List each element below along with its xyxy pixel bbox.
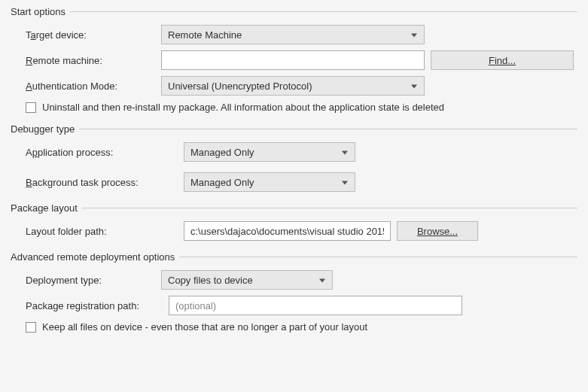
section-header: Start options [11,6,577,17]
package-reg-input[interactable] [169,296,462,315]
remote-machine-input[interactable] [161,50,425,70]
find-button[interactable]: Find... [431,50,574,70]
package-reg-label: Package registration path: [26,300,169,311]
section-advanced-remote: Advanced remote deployment options Deplo… [11,251,577,333]
section-package-layout: Package layout Layout folder path: Brows… [11,202,577,241]
keep-files-checkbox[interactable] [26,322,36,333]
divider [70,11,577,12]
browse-button[interactable]: Browse... [397,221,478,241]
deployment-type-select-wrap: Copy files to device [161,270,333,290]
row-target-device: Target device: Remote Machine [11,25,577,44]
app-process-label: Application process: [26,147,184,158]
auth-mode-label: Authentication Mode: [26,81,161,92]
divider [79,129,577,129]
bg-task-select-wrap: Managed Only [184,172,355,192]
bg-task-select[interactable]: Managed Only [184,172,355,192]
app-process-select-wrap: Managed Only [184,142,355,162]
row-deployment-type: Deployment type: Copy files to device [11,270,577,290]
remote-machine-label: Remote machine: [26,55,161,66]
section-title: Debugger type [11,123,79,135]
row-remote-machine: Remote machine: Find... [11,50,577,70]
auth-mode-select[interactable]: Universal (Unencrypted Protocol) [161,76,425,96]
divider [82,208,577,208]
deployment-type-label: Deployment type: [26,275,161,286]
row-auth-mode: Authentication Mode: Universal (Unencryp… [11,76,577,96]
uninstall-checkbox-label: Uninstall and then re-install my package… [42,102,444,113]
auth-mode-select-wrap: Universal (Unencrypted Protocol) [161,76,425,96]
keep-files-checkbox-label: Keep all files on device - even those th… [42,321,367,333]
row-bg-task: Background task process: Managed Only [11,172,577,192]
section-title: Start options [11,6,70,17]
section-title: Package layout [11,202,82,214]
row-layout-path: Layout folder path: Browse... [11,221,577,241]
section-title: Advanced remote deployment options [11,251,179,263]
row-package-reg: Package registration path: [11,296,577,315]
deployment-type-select[interactable]: Copy files to device [161,270,333,290]
section-header: Package layout [11,202,577,214]
section-debugger-type: Debugger type Application process: Manag… [11,123,577,192]
section-header: Debugger type [11,123,577,135]
target-device-select[interactable]: Remote Machine [161,25,425,44]
divider [179,257,577,257]
uninstall-checkbox[interactable] [26,102,36,113]
row-app-process: Application process: Managed Only [11,142,577,162]
section-start-options: Start options Target device: Remote Mach… [11,6,577,113]
layout-path-label: Layout folder path: [26,226,184,237]
target-device-label: Target device: [26,29,161,41]
app-process-select[interactable]: Managed Only [184,142,355,162]
target-device-select-wrap: Remote Machine [161,25,425,44]
layout-path-input[interactable] [184,221,391,241]
bg-task-label: Background task process: [26,177,184,188]
section-header: Advanced remote deployment options [11,251,577,263]
row-uninstall-checkbox: Uninstall and then re-install my package… [11,102,577,113]
row-keep-files-checkbox: Keep all files on device - even those th… [11,321,577,333]
